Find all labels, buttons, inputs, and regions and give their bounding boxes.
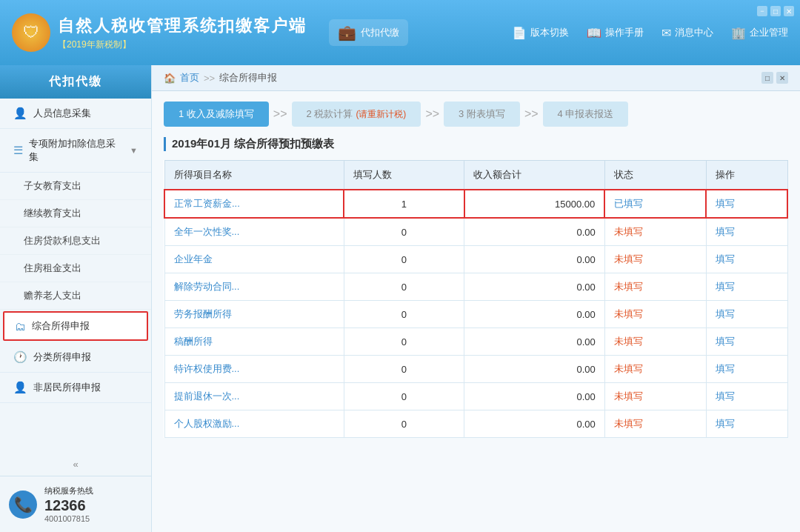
home-icon: 🏠 — [164, 73, 176, 84]
sidebar-item-staff-info[interactable]: 👤 人员信息采集 — [0, 99, 151, 129]
withholding-label: 代扣代缴 — [361, 26, 399, 39]
content-close-button[interactable]: ✕ — [776, 72, 788, 84]
steps-bar: 1 收入及减除填写 >> 2 税款计算 (请重新计税) >> 3 附表填写 >>… — [152, 91, 800, 137]
table-row: 提前退休一次... 0 0.00 未填写 填写 — [164, 383, 787, 410]
table-title: 2019年01月 综合所得预扣预缴表 — [164, 137, 788, 151]
action-fill-button[interactable]: 填写 — [716, 336, 735, 347]
col-header-name: 所得项目名称 — [164, 161, 344, 190]
sidebar-item-continuing-edu[interactable]: 继续教育支出 — [0, 200, 151, 227]
nav-messages[interactable]: ✉ 消息中心 — [661, 26, 713, 40]
cell-name: 提前退休一次... — [164, 383, 344, 410]
item-name-link[interactable]: 特许权使用费... — [174, 363, 240, 374]
action-fill-button[interactable]: 填写 — [716, 363, 735, 374]
item-name-link[interactable]: 全年一次性奖... — [174, 226, 240, 237]
action-fill-button[interactable]: 填写 — [716, 281, 735, 292]
step-sep1: >> — [272, 107, 289, 121]
cell-amount: 0.00 — [464, 356, 605, 383]
item-name-link[interactable]: 企业年金 — [174, 253, 213, 265]
chevron-down-icon: ▼ — [130, 146, 138, 155]
nav-enterprise[interactable]: 🏢 企业管理 — [731, 26, 788, 40]
cell-name: 稿酬所得 — [164, 328, 344, 356]
sidebar-item-housing-rent[interactable]: 住房租金支出 — [0, 255, 151, 282]
cell-count: 0 — [344, 410, 464, 438]
titlebar: 🛡 自然人税收管理系统扣缴客户端 【2019年新税制】 💼 代扣代缴 📄 版本切… — [0, 0, 800, 65]
manual-icon: 📖 — [587, 26, 601, 40]
content-window-controls: □ ✕ — [761, 72, 788, 84]
breadcrumb-current: 综合所得申报 — [219, 71, 277, 84]
sidebar-label-comprehensive: 综合所得申报 — [32, 319, 90, 333]
action-fill-button[interactable]: 填写 — [716, 198, 735, 209]
app-title-area: 自然人税收管理系统扣缴客户端 【2019年新税制】 — [58, 15, 307, 51]
item-name-link[interactable]: 稿酬所得 — [174, 336, 213, 347]
action-fill-button[interactable]: 填写 — [716, 390, 735, 402]
cell-action: 填写 — [706, 246, 787, 273]
table-row: 特许权使用费... 0 0.00 未填写 填写 — [164, 356, 787, 383]
sidebar-item-non-resident[interactable]: 👤 非居民所得申报 — [0, 373, 151, 403]
sidebar-item-elder-care[interactable]: 赡养老人支出 — [0, 282, 151, 310]
nav-version-switch[interactable]: 📄 版本切换 — [512, 26, 569, 40]
cell-status: 未填写 — [604, 301, 706, 328]
cell-count: 0 — [344, 301, 464, 328]
hotline-sub: 4001007815 — [44, 514, 93, 523]
table-row: 全年一次性奖... 0 0.00 未填写 填写 — [164, 218, 787, 246]
item-name-link[interactable]: 提前退休一次... — [174, 390, 240, 402]
cell-amount: 0.00 — [464, 410, 605, 438]
nav-manual-label: 操作手册 — [605, 26, 644, 39]
app-logo: 🛡 — [12, 13, 50, 52]
step3-label: 3 附表填写 — [459, 107, 505, 121]
income-table: 所得项目名称 填写人数 收入额合计 状态 操作 正常工资薪金... 1 1500… — [164, 160, 788, 438]
item-name-link[interactable]: 劳务报酬所得 — [174, 308, 232, 319]
sidebar-item-housing-loan[interactable]: 住房贷款利息支出 — [0, 227, 151, 255]
cell-name: 劳务报酬所得 — [164, 301, 344, 328]
cell-amount: 0.00 — [464, 383, 605, 410]
step2-label: 2 税款计算 — [307, 107, 353, 121]
item-name-link[interactable]: 个人股权激励... — [174, 418, 240, 429]
sidebar-item-classified[interactable]: 🕐 分类所得申报 — [0, 342, 151, 373]
status-badge: 未填写 — [614, 226, 643, 237]
action-fill-button[interactable]: 填写 — [716, 418, 735, 429]
action-fill-button[interactable]: 填写 — [716, 308, 735, 319]
table-row: 正常工资薪金... 1 15000.00 已填写 填写 — [164, 190, 787, 218]
sidebar-item-special-deduct[interactable]: ☰ 专项附加扣除信息采集 ▼ — [0, 129, 151, 173]
step-sep3: >> — [523, 107, 540, 121]
cell-count: 0 — [344, 218, 464, 246]
action-fill-button[interactable]: 填写 — [716, 253, 735, 265]
cell-name: 解除劳动合同... — [164, 273, 344, 301]
close-button[interactable]: ✕ — [784, 6, 794, 16]
item-name-link[interactable]: 解除劳动合同... — [174, 281, 240, 292]
main-layout: 代扣代缴 👤 人员信息采集 ☰ 专项附加扣除信息采集 ▼ 子女教育支出 继续教育… — [0, 65, 800, 532]
collapse-icon: « — [73, 459, 78, 470]
status-badge: 未填写 — [614, 308, 643, 319]
breadcrumb-home[interactable]: 首页 — [180, 71, 199, 84]
status-badge: 已填写 — [614, 198, 643, 209]
cell-status: 未填写 — [604, 328, 706, 356]
table-area: 2019年01月 综合所得预扣预缴表 所得项目名称 填写人数 收入额合计 状态 … — [152, 137, 800, 532]
window-controls: － □ ✕ — [757, 6, 794, 16]
cell-name: 特许权使用费... — [164, 356, 344, 383]
content-maximize-button[interactable]: □ — [761, 72, 773, 84]
nav-manual[interactable]: 📖 操作手册 — [587, 26, 644, 40]
cell-name: 个人股权激励... — [164, 410, 344, 438]
sidebar-item-comprehensive[interactable]: 🗂 综合所得申报 — [3, 311, 148, 341]
sidebar-collapse-button[interactable]: « — [0, 453, 151, 476]
cell-count: 1 — [344, 190, 464, 218]
sidebar-item-child-edu[interactable]: 子女教育支出 — [0, 173, 151, 200]
step1-button[interactable]: 1 收入及减除填写 — [164, 102, 269, 127]
table-row: 稿酬所得 0 0.00 未填写 填写 — [164, 328, 787, 356]
item-name-link[interactable]: 正常工资薪金... — [174, 198, 240, 209]
sidebar-menu: 👤 人员信息采集 ☰ 专项附加扣除信息采集 ▼ 子女教育支出 继续教育支出 住房… — [0, 99, 151, 453]
minimize-button[interactable]: － — [757, 6, 767, 16]
sidebar-label-special-deduct: 专项附加扣除信息采集 — [29, 137, 124, 164]
status-badge: 未填写 — [614, 253, 643, 265]
step3-button[interactable]: 3 附表填写 — [444, 102, 520, 127]
col-header-action: 操作 — [706, 161, 787, 190]
step4-button[interactable]: 4 申报表报送 — [543, 102, 629, 127]
maximize-button[interactable]: □ — [770, 6, 781, 16]
message-icon: ✉ — [661, 26, 671, 40]
cell-status: 未填写 — [604, 246, 706, 273]
cell-action: 填写 — [706, 301, 787, 328]
cell-amount: 0.00 — [464, 218, 605, 246]
table-row: 个人股权激励... 0 0.00 未填写 填写 — [164, 410, 787, 438]
step2-button[interactable]: 2 税款计算 (请重新计税) — [292, 102, 421, 127]
action-fill-button[interactable]: 填写 — [716, 226, 735, 237]
